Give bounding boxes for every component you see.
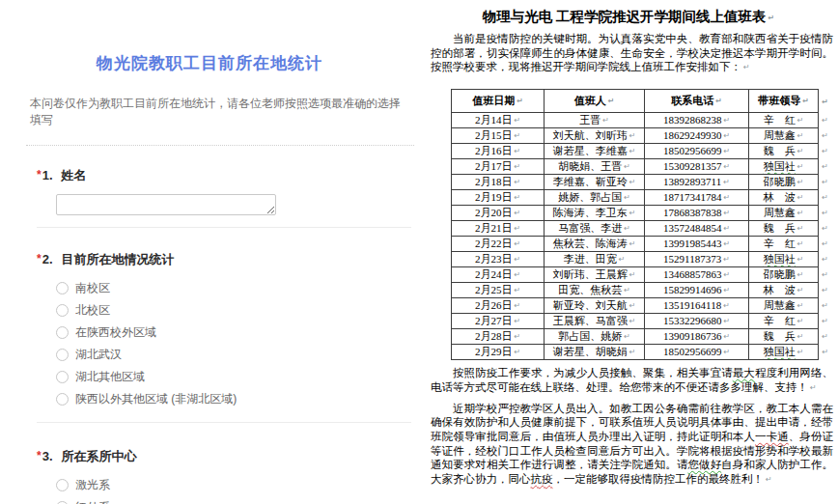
duty-phone-cell: 13572484854↵ [645,221,749,237]
duty-leader-cell-text: 魏 兵 [764,145,796,156]
duty-date-cell-text: 2月28日 [475,330,513,342]
pilcrow-mark: ↵ [797,131,804,140]
duty-leader-cell-text: 独国社 [764,253,796,265]
question-label: 姓名 [62,167,87,184]
row-end-mark: ↵ [819,252,830,267]
document-panel: 物理与光电 工程学院推迟开学期间线上值班表↵ 当前是疫情防控的关键时期。为认真落… [419,0,838,504]
duty-date-cell: 2月18日↵ [452,175,545,190]
duty-person-cell-text: 田宽、焦秋芸 [558,284,622,295]
pilcrow-mark: ↵ [797,332,804,341]
duty-date-cell-text: 2月27日 [475,315,513,326]
pilcrow-mark: ↵ [822,178,828,186]
duty-person-cell-text: 郭占国、姚娇 [558,330,622,342]
pilcrow-mark: ↵ [608,97,615,105]
document-title-text: 物理与光电 工程学院推迟开学期间线上值班表 [483,9,767,24]
pilcrow-mark: ↵ [723,131,730,140]
survey-panel: 物光院教职工目前所在地统计 本问卷仅作为教职工目前所在地统计，请各位老师按照选项… [0,0,419,504]
duty-person-cell: 王晨辉、马富强↵ [545,314,645,329]
duty-date-cell: 2月24日↵ [452,267,545,283]
radio-icon[interactable] [56,371,69,383]
name-input[interactable] [56,194,276,215]
duty-person-cell-text: 王晨辉、马富强 [553,315,628,326]
pilcrow-mark: ↵ [629,301,636,310]
pilcrow-mark: ↵ [797,286,804,294]
radio-option[interactable]: 湖北武汉 [56,344,419,366]
table-header-cell: 带班领导↵ [749,90,819,113]
table-row: 2月14日↵王晋↵18392868238↵辛 红↵↵ [452,113,830,128]
pilcrow-mark: ↵ [514,162,520,171]
intro-paragraph: 当前是疫情防控的关键时期。为认真落实党中央、教育部和陕西省关于疫情防控的部署，切… [431,32,833,75]
pilcrow-mark: ↵ [514,224,520,233]
pilcrow-mark: ↵ [797,193,804,202]
duty-phone-cell-text: 18629249930 [663,129,722,141]
pilcrow-mark: ↵ [743,63,750,71]
duty-leader-cell: 魏 兵↵ [749,329,819,345]
duty-leader-cell: 周慧鑫↵ [749,298,819,314]
question-number: 1. [42,168,53,182]
duty-person-cell-text: 刘昕玮、王晨辉 [553,268,628,280]
radio-option-label: 陕西以外其他区域 (非湖北区域) [75,391,237,407]
duty-phone-cell-text: 13892893711 [663,176,721,187]
duty-leader-cell-text: 林 波 [764,191,796,203]
radio-icon[interactable] [56,282,69,294]
radio-option[interactable]: 激光系 [56,474,419,496]
duty-phone-cell: 18502956699↵ [645,345,749,360]
pilcrow-mark: ↵ [514,317,520,325]
question-label: 目前所在地情况统计 [62,251,175,268]
duty-phone-cell: 17868387838↵ [645,206,749,221]
duty-date-cell: 2月28日↵ [452,329,545,345]
duty-person-cell-text: 陈海涛、李卫东 [553,207,628,218]
pilcrow-mark: ↵ [723,255,730,264]
radio-option-label: 红外系 [75,499,110,504]
duty-leader-cell-text: 邵晓鹏 [764,268,796,280]
radio-icon[interactable] [56,349,69,361]
pilcrow-mark: ↵ [723,193,730,202]
table-header-cell: 值班人↵ [545,90,645,113]
row-end-mark: ↵ [819,90,830,113]
question-title: * 2. 目前所在地情况统计 [37,251,419,268]
question-title: * 3. 所在系所中心 [37,448,419,465]
duty-person-cell-text: 姚娇、郭占国 [558,191,622,203]
duty-leader-cell-text: 辛 红 [764,114,796,126]
pilcrow-mark: ↵ [797,239,804,248]
duty-person-cell: 陈海涛、李卫东↵ [545,206,645,221]
pilcrow-mark: ↵ [768,14,774,22]
pilcrow-mark: ↵ [822,286,828,294]
table-row: 2月22日↵焦秋芸、陈海涛↵13991985443↵辛 红↵↵ [452,237,830,252]
row-end-mark: ↵ [819,237,830,252]
radio-option[interactable]: 陕西以外其他区域 (非湖北区域) [56,388,419,410]
radio-option[interactable]: 北校区 [56,299,419,322]
radio-icon[interactable] [56,326,69,339]
radio-option[interactable]: 湖北其他区域 [56,366,419,388]
duty-date-cell-text: 2月20日 [475,207,513,218]
duty-person-cell-text: 胡晓娟、王晋 [558,160,622,172]
radio-icon[interactable] [56,393,69,406]
pilcrow-mark: ↵ [629,239,636,248]
pilcrow-mark: ↵ [822,209,828,217]
pilcrow-mark: ↵ [514,239,520,248]
radio-option-label: 湖北其他区域 [75,369,145,385]
radio-icon[interactable] [56,479,69,491]
duty-date-cell: 2月27日↵ [452,314,545,329]
radio-option[interactable]: 红外系 [56,496,419,504]
pilcrow-mark: ↵ [715,97,722,105]
table-row: 2月16日↵谢若星、李维嘉↵18502956699↵魏 兵↵↵ [452,144,830,159]
pilcrow-mark: ↵ [822,147,828,155]
duty-phone-cell: 15309281357↵ [645,159,749,175]
pilcrow-mark: ↵ [514,255,520,264]
duty-phone-cell-text: 18717341784 [663,191,722,203]
duty-date-cell-text: 2月17日 [475,160,513,172]
row-end-mark: ↵ [819,175,830,190]
radio-option[interactable]: 在陕西校外区域 [56,322,419,344]
duty-leader-cell: 魏 兵↵ [749,144,819,159]
pilcrow-mark: ↵ [514,209,520,217]
pilcrow-mark: ↵ [723,224,730,233]
duty-phone-cell-text: 13468857863 [663,268,722,280]
pilcrow-mark: ↵ [822,239,828,248]
duty-date-cell: 2月15日↵ [452,128,545,144]
radio-option[interactable]: 南校区 [56,277,419,299]
radio-icon[interactable] [56,304,69,317]
question-department: * 3. 所在系所中心 激光系红外系 [37,448,419,504]
row-end-mark: ↵ [819,283,830,298]
duty-phone-cell: 18502956699↵ [645,144,749,159]
